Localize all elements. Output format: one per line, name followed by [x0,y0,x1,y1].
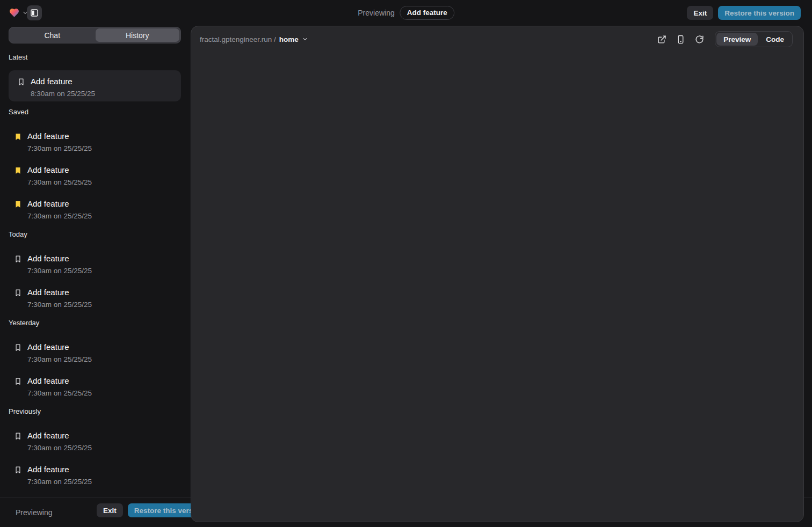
preview-url-page: home [279,35,299,43]
history-item-title: Add feature [27,253,69,265]
tab-chat[interactable]: Chat [10,28,95,42]
history-item-timestamp: 7:30am on 25/25/25 [27,353,181,366]
history-item[interactable]: Add feature7:30am on 25/25/25 [9,159,181,190]
tab-code[interactable]: Code [759,33,791,46]
preview-panel: fractal.gptengineer.run / home [191,26,804,522]
history-item-timestamp: 7:30am on 25/25/25 [27,210,181,223]
history-item[interactable]: Add feature7:30am on 25/25/25 [9,247,181,279]
top-bar: Previewing Add feature Exit Restore this… [0,0,812,26]
bookmark-outline-icon [14,377,22,385]
tab-history[interactable]: History [96,28,180,42]
history-item-row: Add feature [14,130,181,142]
view-mode-switch: Preview Code [715,31,793,47]
history-item-row: Add feature [14,430,181,442]
previewing-label: Previewing [358,9,394,17]
sidebar-toggle-button[interactable] [27,5,42,20]
history-item[interactable]: Add feature8:30am on 25/25/25 [9,70,181,101]
history-item-title: Add feature [27,430,69,442]
history-item-timestamp: 7:30am on 25/25/25 [27,142,181,155]
history-sidebar: Chat History LatestAdd feature8:30am on … [9,27,181,523]
bookmark-filled-icon [14,200,22,208]
history-section-label: Previously [9,407,181,416]
tab-preview[interactable]: Preview [716,33,758,46]
external-link-icon [657,35,666,44]
history-item-row: Add feature [17,76,172,87]
history-item-row: Add feature [14,341,181,353]
refresh-icon [695,35,704,44]
history-item[interactable]: Add feature7:30am on 25/25/25 [9,370,181,401]
sidebar-tab-bar: Chat History [9,27,181,43]
chevron-down-icon [302,36,308,42]
history-item[interactable]: Add feature7:30am on 25/25/25 [9,125,181,156]
bookmark-outline-icon [14,343,22,352]
footer-exit-button[interactable]: Exit [97,503,123,517]
previewing-indicator: Previewing Add feature [358,0,454,26]
exit-button[interactable]: Exit [687,6,713,20]
open-in-new-tab-button[interactable] [654,32,669,47]
history-item-row: Add feature [14,375,181,387]
top-bar-actions: Exit Restore this version [687,6,801,20]
preview-header: fractal.gptengineer.run / home [191,26,803,52]
history-section-label: Yesterday [9,319,181,327]
mobile-view-button[interactable] [673,32,688,47]
history-item-timestamp: 7:30am on 25/25/25 [27,475,181,488]
history-item-row: Add feature [14,253,181,265]
history-item-row: Add feature [14,164,181,176]
history-item-title: Add feature [27,341,69,353]
smartphone-icon [676,35,685,44]
history-item-timestamp: 7:30am on 25/25/25 [27,442,181,455]
bookmark-outline-icon [14,466,22,474]
history-item-row: Add feature [14,198,181,210]
bookmark-filled-icon [14,166,22,174]
history-item[interactable]: Add feature7:30am on 25/25/25 [9,458,181,489]
history-item-title: Add feature [27,287,69,298]
history-item-timestamp: 7:30am on 25/25/25 [27,265,181,277]
app-logo-menu[interactable] [9,7,28,18]
bookmark-outline-icon [14,255,22,263]
preview-header-actions: Preview Code [654,26,793,52]
preview-viewport[interactable] [191,52,803,522]
history-item-row: Add feature [14,464,181,475]
history-item-timestamp: 7:30am on 25/25/25 [27,176,181,189]
history-item-timestamp: 7:30am on 25/25/25 [27,298,181,311]
history-item[interactable]: Add feature7:30am on 25/25/25 [9,424,181,456]
history-item-timestamp: 7:30am on 25/25/25 [27,387,181,400]
history-list: LatestAdd feature8:30am on 25/25/25Saved… [9,53,181,496]
history-item[interactable]: Add feature7:30am on 25/25/25 [9,193,181,224]
version-badge: Add feature [400,6,454,20]
heart-logo-icon [9,7,20,18]
history-item[interactable]: Add feature7:30am on 25/25/25 [9,281,181,312]
bookmark-outline-icon [14,432,22,440]
history-section-label: Saved [9,108,181,116]
bookmark-filled-icon [14,133,22,141]
history-item-title: Add feature [27,164,69,176]
bookmark-outline-icon [14,289,22,297]
history-item[interactable]: Add feature7:30am on 25/25/25 [9,336,181,367]
panel-left-icon [30,9,39,17]
history-item-title: Add feature [27,464,69,475]
history-item-title: Add feature [27,375,69,387]
footer-previewing-label: Previewing [16,508,52,517]
history-section-label: Today [9,230,181,239]
history-item-title: Add feature [27,198,69,210]
history-section-label: Latest [9,53,181,62]
history-item-row: Add feature [14,287,181,298]
history-item-title: Add feature [31,76,73,87]
refresh-button[interactable] [692,32,707,47]
bookmark-outline-icon [17,78,25,86]
restore-version-button[interactable]: Restore this version [718,6,801,20]
app-window: Previewing Add feature Exit Restore this… [0,0,812,527]
history-item-timestamp: 8:30am on 25/25/25 [31,87,172,100]
history-item-title: Add feature [27,130,69,142]
preview-url-selector[interactable]: fractal.gptengineer.run / home [200,26,308,52]
preview-url-host: fractal.gptengineer.run / [200,35,276,43]
